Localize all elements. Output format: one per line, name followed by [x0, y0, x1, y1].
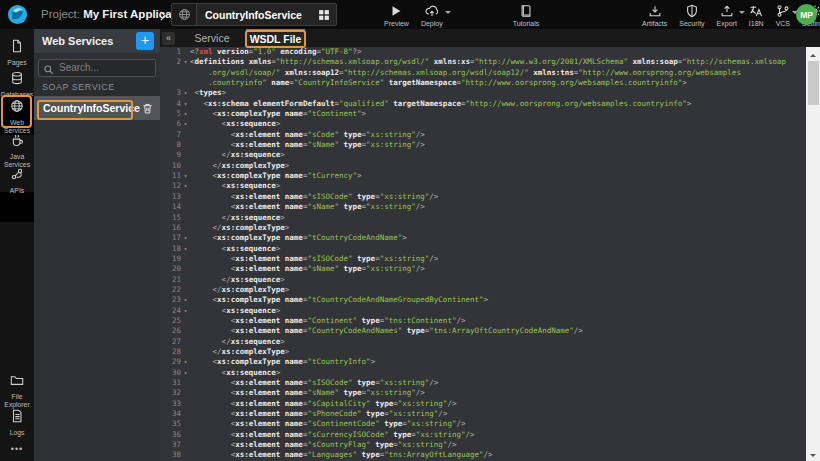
- line-number: 16: [160, 223, 181, 233]
- fold-marker-icon[interactable]: ▾: [181, 88, 190, 98]
- project-tab-countryinfoservice[interactable]: CountryInfoService: [171, 3, 337, 26]
- tab-wsdl-file[interactable]: WSDL File: [246, 29, 305, 47]
- sidebar-item-label: Pages: [7, 59, 26, 67]
- line-number: 11: [160, 171, 181, 181]
- project-tab-label: CountryInfoService: [197, 9, 312, 21]
- scroll-down-icon[interactable]: [806, 448, 820, 461]
- code-text: <xs:element name="sName" type="xs:string…: [190, 202, 806, 212]
- fold-marker-icon[interactable]: ▾: [181, 306, 190, 316]
- wsdl-code-editor[interactable]: 1<?xml version="1.0" encoding="UTF-8"?>2…: [160, 47, 806, 461]
- preview-button[interactable]: Preview: [378, 2, 415, 28]
- code-line: 8 <xs:element name="sName" type="xs:stri…: [160, 140, 806, 150]
- line-number: 33: [160, 399, 181, 409]
- avatar[interactable]: MP: [796, 4, 817, 25]
- preview-label: Preview: [384, 20, 409, 27]
- deploy-button[interactable]: Deploy: [415, 2, 449, 28]
- fold-marker-icon[interactable]: ▾: [181, 99, 190, 109]
- artifacts-button[interactable]: Artifacts: [636, 2, 673, 28]
- toolbar-right: ArtifactsSecurityExportI18NVCSSettings: [636, 2, 820, 28]
- fold-marker-icon[interactable]: ▾: [181, 119, 190, 129]
- tutorials-button[interactable]: Tutorials: [507, 2, 546, 28]
- sidebar-item-file-explorer[interactable]: File Explorer: [0, 370, 34, 409]
- fold-marker-icon[interactable]: ▾: [181, 233, 190, 243]
- code-text: <xs:complexType name="tCountryCodeAndNam…: [190, 295, 806, 305]
- fold-spacer: [181, 223, 190, 233]
- code-line: 21 </xs:sequence>: [160, 275, 806, 285]
- code-text: <definitions xmlns="http://schemas.xmlso…: [190, 57, 806, 67]
- topbar: Project: My First Application CountryInf…: [0, 0, 820, 29]
- line-number: 5: [160, 109, 181, 119]
- code-line: 14 <xs:element name="sName" type="xs:str…: [160, 202, 806, 212]
- code-line: 33 <xs:element name="sCapitalCity" type=…: [160, 399, 806, 409]
- line-number: [160, 68, 181, 78]
- sidebar-item-logs[interactable]: Logs: [0, 406, 34, 437]
- cloud-up-icon: [425, 3, 439, 18]
- security-label: Security: [679, 20, 704, 27]
- fold-spacer: [181, 337, 190, 347]
- sidebar-item-databases[interactable]: Databases: [0, 68, 34, 99]
- security-button[interactable]: Security: [673, 2, 710, 28]
- sidebar-item-apis[interactable]: APIs: [0, 164, 34, 195]
- code-line: 16 </xs:complexType>: [160, 223, 806, 233]
- code-text: <xs:complexType name="tContinent">: [190, 109, 806, 119]
- fold-spacer: [181, 213, 190, 223]
- code-line: 17▾ <xs:complexType name="tCountryCodeAn…: [160, 233, 806, 243]
- i18n-button[interactable]: I18N: [743, 2, 770, 28]
- collapse-panel-button[interactable]: «: [162, 32, 175, 45]
- line-number: [160, 78, 181, 88]
- project-breadcrumb: Project: My First Application: [41, 0, 193, 29]
- code-text: <xs:element name="sName" type="xs:string…: [190, 264, 806, 274]
- globe-icon: [172, 4, 197, 25]
- line-number: 15: [160, 213, 181, 223]
- wavemaker-logo-icon[interactable]: [6, 3, 29, 26]
- fold-marker-icon[interactable]: ▾: [181, 368, 190, 378]
- fold-marker-icon[interactable]: ▾: [181, 57, 190, 67]
- rail-overflow-button[interactable]: •••: [0, 444, 34, 454]
- fold-marker-icon[interactable]: ▾: [181, 357, 190, 367]
- toolbar-spacer: [449, 2, 507, 28]
- service-list-item[interactable]: CountryInfoService: [34, 96, 160, 120]
- artifacts-label: Artifacts: [642, 20, 667, 27]
- web-services-panel: Web Services + SOAP SERVICE CountryInfoS…: [34, 29, 160, 461]
- fold-marker-icon[interactable]: ▾: [181, 171, 190, 181]
- editor-scrollbar[interactable]: [806, 47, 820, 461]
- scrollbar-thumb[interactable]: [808, 61, 819, 105]
- code-line: 3▾ <types>: [160, 88, 806, 98]
- code-line: .countryinfo" name="CountryInfoService" …: [160, 78, 806, 88]
- chevron-right-icon: [157, 8, 169, 20]
- fold-spacer: [181, 388, 190, 398]
- code-text: <xs:element name="sISOCode" type="xs:str…: [190, 254, 806, 264]
- line-number: 8: [160, 140, 181, 150]
- fold-marker-icon[interactable]: ▾: [181, 244, 190, 254]
- line-number: 37: [160, 440, 181, 450]
- grid-icon[interactable]: [312, 9, 336, 21]
- tab-service-settings[interactable]: Service Settings: [178, 29, 246, 47]
- code-line: 18▾ <xs:sequence>: [160, 244, 806, 254]
- fold-marker-icon[interactable]: ▾: [181, 181, 190, 191]
- fold-marker-icon[interactable]: ▾: [181, 295, 190, 305]
- vcs-button[interactable]: VCS: [770, 2, 796, 28]
- main-content: « Service SettingsWSDL File 1<?xml versi…: [160, 29, 820, 461]
- globe-icon: [10, 99, 24, 117]
- code-text: </xs:complexType>: [190, 285, 806, 295]
- trash-icon[interactable]: [141, 101, 154, 114]
- code-text: </xs:sequence>: [190, 275, 806, 285]
- search-input[interactable]: [38, 59, 156, 77]
- line-number: 10: [160, 161, 181, 171]
- sidebar-item-pages[interactable]: Pages: [0, 36, 34, 67]
- fold-spacer: [181, 192, 190, 202]
- scroll-up-icon[interactable]: [806, 47, 820, 60]
- code-line: 23▾ <xs:complexType name="tCountryCodeAn…: [160, 295, 806, 305]
- play-icon: [389, 3, 403, 18]
- fold-spacer: [181, 326, 190, 336]
- fold-spacer: [181, 440, 190, 450]
- code-line: 38 <xs:element name="Languages" type="tn…: [160, 450, 806, 460]
- export-button[interactable]: Export: [711, 2, 743, 28]
- code-text: <xs:sequence>: [190, 368, 806, 378]
- fold-marker-icon[interactable]: ▾: [181, 109, 190, 119]
- line-number: 6: [160, 119, 181, 129]
- caret-down-icon[interactable]: [445, 11, 451, 17]
- add-service-button[interactable]: +: [136, 32, 154, 50]
- line-number: 23: [160, 295, 181, 305]
- code-text: <xs:sequence>: [190, 306, 806, 316]
